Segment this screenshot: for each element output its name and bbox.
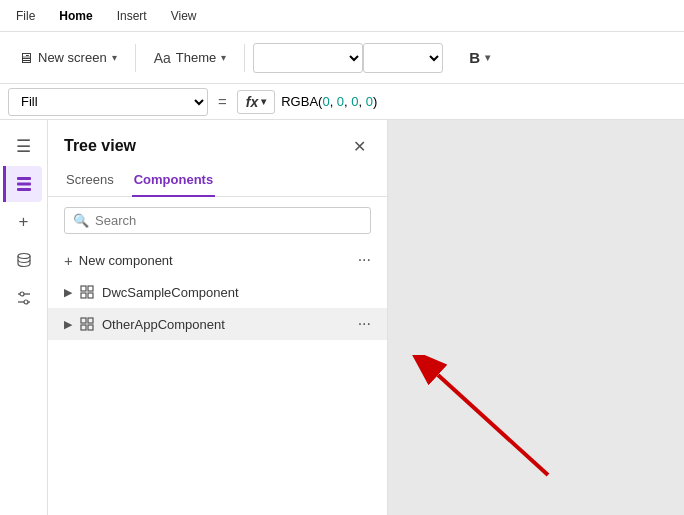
formula-bar: Fill = fx ▾ RGBA(0, 0, 0, 0) — [0, 84, 684, 120]
b-chevron-icon: ▾ — [485, 52, 490, 63]
sidebar-icons: ☰ + — [0, 120, 48, 515]
new-component-more-icon[interactable]: ··· — [358, 251, 371, 269]
svg-rect-1 — [17, 183, 31, 186]
component-grid-icon-dwc — [78, 283, 96, 301]
canvas-area — [388, 120, 684, 515]
new-component-label: New component — [79, 253, 173, 268]
svg-point-3 — [18, 254, 30, 259]
dropdown-1[interactable] — [253, 43, 363, 73]
new-component-button[interactable]: + New component ··· — [48, 244, 387, 276]
tree-item-otherapp[interactable]: ▶ OtherAppComponent ··· — [48, 308, 387, 340]
new-screen-chevron-icon: ▾ — [112, 52, 117, 63]
svg-rect-12 — [81, 318, 86, 323]
svg-rect-13 — [88, 318, 93, 323]
search-icon: 🔍 — [73, 213, 89, 228]
svg-point-7 — [24, 300, 28, 304]
dropdown-2[interactable] — [363, 43, 443, 73]
menu-bar: File Home Insert View — [0, 0, 684, 32]
red-arrow-indicator — [408, 355, 568, 485]
monitor-icon: 🖥 — [18, 49, 33, 66]
rgba-value: RGBA(0, 0, 0, 0) — [281, 94, 377, 109]
svg-rect-8 — [81, 286, 86, 291]
svg-point-5 — [20, 292, 24, 296]
fx-chevron-icon: ▾ — [261, 96, 266, 107]
theme-icon: Aa — [154, 50, 171, 66]
menu-file[interactable]: File — [12, 5, 39, 27]
tab-screens[interactable]: Screens — [64, 164, 116, 197]
controls-icon[interactable] — [6, 280, 42, 316]
separator-2 — [244, 44, 245, 72]
separator-1 — [135, 44, 136, 72]
svg-rect-14 — [81, 325, 86, 330]
tree-item-dwcsample[interactable]: ▶ DwcSampleComponent ··· — [48, 276, 387, 308]
formula-fx-button[interactable]: fx ▾ — [237, 90, 275, 114]
tree-view-title: Tree view — [64, 137, 136, 155]
search-input[interactable] — [95, 213, 362, 228]
tree-items: ▶ DwcSampleComponent ··· ▶ — [48, 276, 387, 515]
tree-close-button[interactable]: ✕ — [347, 134, 371, 158]
toolbar: 🖥 New screen ▾ Aa Theme ▾ B ▾ — [0, 32, 684, 84]
new-screen-label: New screen — [38, 50, 107, 65]
expand-icon-otherapp: ▶ — [64, 318, 72, 331]
theme-chevron-icon: ▾ — [221, 52, 226, 63]
svg-rect-10 — [81, 293, 86, 298]
component-grid-icon-otherapp — [78, 315, 96, 333]
layers-icon[interactable] — [3, 166, 42, 202]
formula-property-select[interactable]: Fill — [8, 88, 208, 116]
menu-view[interactable]: View — [167, 5, 201, 27]
tree-item-otherapp-label: OtherAppComponent — [102, 317, 352, 332]
tree-header: Tree view ✕ — [48, 120, 387, 164]
fx-label: fx — [246, 94, 258, 110]
search-box: 🔍 — [64, 207, 371, 234]
b-label: B — [469, 49, 480, 66]
tab-components[interactable]: Components — [132, 164, 215, 197]
theme-button[interactable]: Aa Theme ▾ — [144, 44, 237, 72]
svg-rect-2 — [17, 188, 31, 191]
tree-item-dwcsample-label: DwcSampleComponent — [102, 285, 352, 300]
hamburger-menu-icon[interactable]: ☰ — [6, 128, 42, 164]
theme-label: Theme — [176, 50, 216, 65]
tree-tabs: Screens Components — [48, 164, 387, 197]
menu-insert[interactable]: Insert — [113, 5, 151, 27]
svg-rect-9 — [88, 286, 93, 291]
svg-rect-15 — [88, 325, 93, 330]
svg-rect-0 — [17, 177, 31, 180]
expand-icon-dwc: ▶ — [64, 286, 72, 299]
formula-eq-symbol: = — [214, 93, 231, 110]
svg-line-17 — [438, 375, 548, 475]
b-button[interactable]: B ▾ — [459, 43, 500, 72]
new-component-plus-icon: + — [64, 252, 73, 269]
menu-home[interactable]: Home — [55, 5, 96, 27]
new-screen-button[interactable]: 🖥 New screen ▾ — [8, 43, 127, 72]
main-area: ☰ + Tree view — [0, 120, 684, 515]
tree-item-otherapp-more-button[interactable]: ··· — [358, 315, 371, 333]
data-icon[interactable] — [6, 242, 42, 278]
tree-panel: Tree view ✕ Screens Components 🔍 + New c… — [48, 120, 388, 515]
add-icon[interactable]: + — [6, 204, 42, 240]
svg-rect-11 — [88, 293, 93, 298]
